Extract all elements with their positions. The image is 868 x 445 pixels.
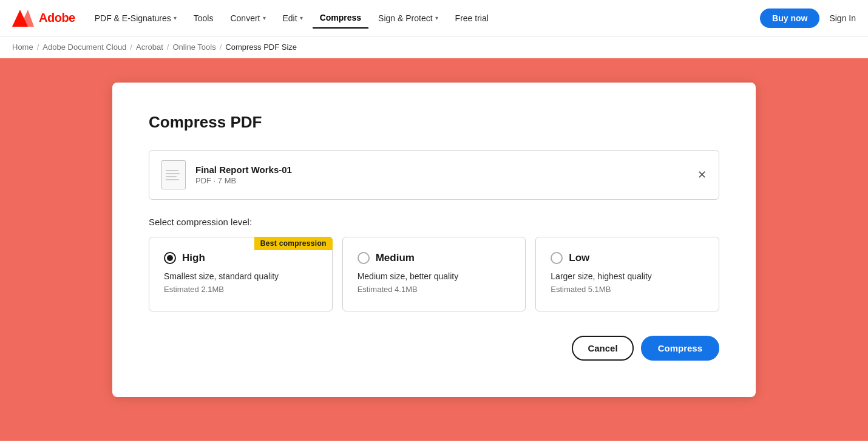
radio-row-medium: Medium	[358, 252, 511, 264]
file-line-4	[166, 179, 179, 180]
compression-options: Best compression High Smallest size, sta…	[149, 237, 719, 311]
file-icon-lines	[162, 166, 185, 184]
chevron-down-icon: ▾	[300, 15, 303, 21]
breadcrumb-online-tools[interactable]: Online Tools	[172, 42, 215, 52]
page-title: Compress PDF	[149, 113, 719, 132]
compression-est-low: Estimated 5.1MB	[551, 285, 704, 294]
file-line-1	[166, 170, 178, 171]
remove-file-button[interactable]: ✕	[697, 169, 707, 180]
main-card: Compress PDF Final Report Works-01 PDF ·…	[112, 83, 756, 397]
radio-medium[interactable]	[358, 252, 370, 264]
sign-in-link[interactable]: Sign In	[829, 13, 856, 23]
chevron-down-icon: ▾	[263, 15, 266, 21]
page-background: Compress PDF Final Report Works-01 PDF ·…	[0, 58, 868, 441]
adobe-logo-text: Adobe	[39, 11, 75, 25]
radio-row-low: Low	[551, 252, 704, 264]
chevron-down-icon: ▾	[174, 15, 177, 21]
buy-now-button[interactable]: Buy now	[760, 8, 819, 28]
nav-right: Buy now Sign In	[760, 8, 856, 28]
nav-item-sign-protect[interactable]: Sign & Protect ▾	[371, 8, 446, 28]
breadcrumb: Home / Adobe Document Cloud / Acrobat / …	[0, 36, 868, 58]
compression-est-high: Estimated 2.1MB	[164, 285, 317, 294]
breadcrumb-current: Compress PDF Size	[225, 42, 297, 52]
compression-desc-low: Larger size, highest quality	[551, 271, 704, 281]
file-box: Final Report Works-01 PDF · 7 MB ✕	[149, 150, 719, 200]
radio-row-high: High	[164, 252, 317, 264]
cancel-button[interactable]: Cancel	[572, 336, 633, 361]
compression-level-label: Select compression level:	[149, 217, 719, 227]
file-line-3	[166, 176, 177, 177]
adobe-logo-svg	[12, 10, 34, 27]
file-name: Final Report Works-01	[195, 165, 292, 175]
compression-option-high[interactable]: Best compression High Smallest size, sta…	[149, 237, 333, 311]
file-info: Final Report Works-01 PDF · 7 MB	[195, 165, 292, 185]
compression-option-medium[interactable]: Medium Medium size, better quality Estim…	[342, 237, 526, 311]
breadcrumb-sep-1: /	[37, 42, 39, 52]
nav-item-convert[interactable]: Convert ▾	[223, 8, 273, 28]
breadcrumb-acrobat[interactable]: Acrobat	[136, 42, 163, 52]
adobe-logo[interactable]: Adobe	[12, 10, 75, 27]
navbar: Adobe PDF & E-Signatures ▾ Tools Convert…	[0, 0, 868, 36]
nav-item-pdf-esig[interactable]: PDF & E-Signatures ▾	[87, 8, 184, 28]
nav-item-compress[interactable]: Compress	[313, 8, 368, 29]
best-compression-badge: Best compression	[254, 237, 333, 250]
compression-desc-medium: Medium size, better quality	[358, 271, 511, 281]
breadcrumb-sep-3: /	[167, 42, 169, 52]
nav-item-tools[interactable]: Tools	[186, 8, 221, 28]
compression-name-medium: Medium	[376, 252, 415, 264]
nav-item-free-trial[interactable]: Free trial	[448, 8, 496, 28]
compression-name-high: High	[182, 252, 205, 264]
compression-desc-high: Smallest size, standard quality	[164, 271, 317, 281]
breadcrumb-adc[interactable]: Adobe Document Cloud	[42, 42, 126, 52]
nav-items: PDF & E-Signatures ▾ Tools Convert ▾ Edi…	[87, 8, 760, 29]
breadcrumb-home[interactable]: Home	[12, 42, 33, 52]
breadcrumb-sep-4: /	[220, 42, 222, 52]
compression-est-medium: Estimated 4.1MB	[358, 285, 511, 294]
radio-dot-high	[167, 255, 173, 261]
compression-name-low: Low	[569, 252, 589, 264]
file-icon	[161, 160, 186, 189]
radio-low[interactable]	[551, 252, 563, 264]
chevron-down-icon: ▾	[435, 15, 438, 21]
compress-button[interactable]: Compress	[641, 336, 719, 361]
radio-high[interactable]	[164, 252, 176, 264]
compression-option-low[interactable]: Low Larger size, highest quality Estimat…	[535, 237, 719, 311]
breadcrumb-sep-2: /	[130, 42, 132, 52]
file-line-2	[166, 173, 180, 174]
action-row: Cancel Compress	[149, 336, 719, 361]
file-meta: PDF · 7 MB	[195, 176, 292, 185]
nav-item-edit[interactable]: Edit ▾	[276, 8, 310, 28]
